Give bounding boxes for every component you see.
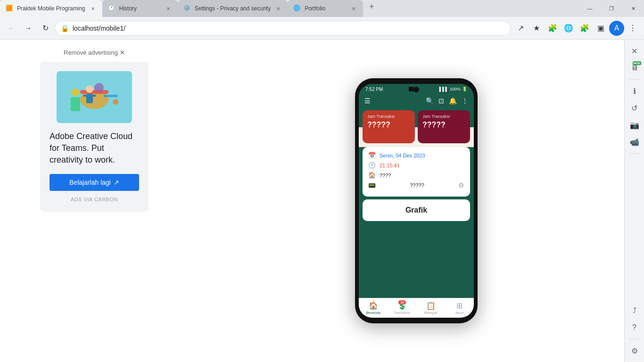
browser-window: 🟧 Praktek Mobile Programing ✕ 🕐 History … — [0, 0, 644, 362]
new-tag: NEW — [633, 61, 641, 65]
device-icon: 📟 — [368, 182, 376, 189]
beranda-icon: 🏠 — [369, 301, 378, 310]
phone-notch — [413, 87, 419, 92]
back-button[interactable]: ← — [4, 21, 19, 36]
tab2-close[interactable]: ✕ — [165, 5, 172, 12]
more-icon[interactable]: ⋮ — [462, 97, 468, 105]
extension1-button[interactable]: 🧩 — [545, 21, 560, 36]
beranda-label: Beranda — [366, 311, 380, 315]
sidebar-divider-1 — [629, 79, 640, 80]
tab3-favicon: ⚙️ — [183, 5, 191, 12]
svg-point-7 — [113, 99, 118, 105]
grafik-card[interactable]: Grafik — [363, 199, 470, 221]
tab2-favicon: 🕐 — [108, 5, 116, 12]
tab-praktek[interactable]: 🟧 Praktek Mobile Programing ✕ — [0, 0, 102, 17]
title-bar: 🟧 Praktek Mobile Programing ✕ 🕐 History … — [0, 0, 644, 17]
nav-beranda[interactable]: 🏠 Beranda — [359, 298, 388, 318]
share-sidebar-icon[interactable]: ⤴ — [627, 303, 642, 318]
riwayat-icon: 📋 — [426, 301, 436, 310]
svg-rect-4 — [71, 97, 80, 111]
clock-icon: 🕐 — [368, 162, 376, 169]
tab4-close[interactable]: ✕ — [350, 5, 357, 12]
calendar-icon: 📅 — [368, 152, 376, 159]
ad-image — [57, 71, 132, 123]
card-transaksi-1[interactable]: Jam Transaksi ????? — [363, 110, 415, 143]
akun-icon: ⊞ — [456, 301, 462, 310]
tab1-close[interactable]: ✕ — [89, 5, 97, 12]
ad-button[interactable]: Belajarlah lagi ↗ — [50, 174, 139, 191]
reload-button[interactable]: ↻ — [38, 21, 53, 36]
home-icon: 🏠 — [368, 172, 376, 179]
search-icon[interactable]: 🔍 — [426, 97, 434, 105]
scan-icon[interactable]: ⊡ — [438, 97, 444, 105]
maximize-button[interactable]: ❐ — [601, 0, 622, 17]
help-sidebar-icon[interactable]: ? — [627, 320, 642, 335]
transaksi-label: Transaksi — [394, 311, 410, 315]
external-link-icon: ↗ — [114, 179, 119, 186]
info-card: 📅 Senin, 04 Des 2023 🕐 21:15:41 🏠 ???? — [363, 147, 470, 197]
tab3-title: Settings - Privacy and security — [195, 5, 271, 12]
status-time: 7:52 PM — [365, 87, 383, 92]
info-sidebar-icon[interactable]: ℹ — [627, 83, 642, 99]
tab-history[interactable]: 🕐 History ✕ — [102, 0, 178, 17]
video-sidebar-icon[interactable]: 📹 — [627, 134, 642, 149]
tab1-title: Praktek Mobile Programing — [17, 5, 85, 12]
address-bar[interactable]: 🔒 localhost/mobile1/ — [55, 21, 511, 36]
nav-actions: ↗ ★ 🧩 🌐 🧩 ▣ A ⋮ — [513, 21, 640, 36]
ad-illustration — [57, 71, 132, 123]
tab2-title: History — [119, 5, 161, 12]
camera-dot — [409, 87, 413, 91]
sidebarswitch-button[interactable]: ▣ — [593, 21, 608, 36]
signal-icon: ▌▌▌ — [439, 87, 448, 91]
sidebar-divider-3 — [629, 339, 640, 339]
card-transaksi-2[interactable]: Jam Transaksi ????? — [418, 110, 470, 143]
camera-sidebar-icon[interactable]: 📷 — [627, 117, 642, 132]
nav-riwayat[interactable]: 📋 Riwayat — [416, 298, 445, 318]
share-page-button[interactable]: ↗ — [513, 21, 528, 36]
svg-point-5 — [72, 89, 79, 96]
close-button[interactable]: ✕ — [622, 0, 644, 17]
translate-button[interactable]: 🌐 — [561, 21, 576, 36]
ad-remove-label: Remove advertising ✕ — [64, 49, 125, 56]
new-tab-button[interactable]: + — [365, 0, 378, 13]
tab3-close[interactable]: ✕ — [274, 5, 282, 12]
nav-bar: ← → ↻ 🔒 localhost/mobile1/ ↗ ★ 🧩 🌐 🧩 ▣ A… — [0, 17, 644, 40]
refresh-sidebar-icon[interactable]: ↺ — [627, 100, 642, 115]
profile-button[interactable]: A — [609, 21, 624, 36]
remove-icon[interactable]: ✕ — [120, 49, 125, 56]
bookmark-button[interactable]: ★ — [529, 21, 544, 36]
main-content: Remove advertising ✕ — [0, 40, 644, 362]
nav-akun[interactable]: ⊞ Akun — [445, 298, 474, 318]
card1-title: Jam Transaksi — [367, 114, 410, 119]
minimize-button[interactable]: — — [579, 0, 601, 17]
forward-button[interactable]: → — [21, 21, 36, 36]
close-sidebar-icon[interactable]: ✕ — [627, 43, 642, 58]
grafik-label: Grafik — [405, 206, 427, 214]
home-row: 🏠 ???? — [368, 172, 464, 179]
app-header: ☰ 🔍 ⊡ 🔔 ⋮ — [359, 94, 474, 107]
card2-title: Jam Transaksi — [422, 114, 465, 119]
monitor-sidebar-icon[interactable]: 🖥 NEW — [627, 60, 642, 75]
date-row: 📅 Senin, 04 Des 2023 — [368, 152, 464, 159]
bell-icon[interactable]: 🔔 — [449, 97, 457, 105]
ad-card: Adobe Creative Cloud for Teams. Put crea… — [40, 62, 149, 212]
svg-rect-10 — [83, 95, 88, 97]
bottom-nav: 🏠 Beranda 10 💲 Transaksi 📋 Riwayat — [359, 298, 474, 318]
battery-icon: 🔋 — [462, 87, 467, 91]
tab4-favicon: 🌐 — [293, 5, 301, 12]
hamburger-icon[interactable]: ☰ — [364, 97, 371, 105]
tab4-title: Portfolio — [305, 5, 346, 12]
nav-transaksi[interactable]: 10 💲 Transaksi — [388, 298, 416, 318]
gear-sidebar-icon[interactable]: ⚙ — [627, 343, 642, 358]
extension2-button[interactable]: 🧩 — [577, 21, 592, 36]
tab-settings[interactable]: ⚙️ Settings - Privacy and security ✕ — [178, 0, 288, 17]
sidebar-divider-2 — [629, 153, 640, 154]
ad-panel: Remove advertising ✕ — [0, 40, 189, 362]
window-controls: — ❐ ✕ — [579, 0, 644, 17]
tab-portfolio[interactable]: 🌐 Portfolio ✕ — [288, 0, 363, 17]
menu-button[interactable]: ⋮ — [625, 21, 640, 36]
status-icons: ▌▌▌ 100% 🔋 — [439, 87, 467, 91]
svg-rect-2 — [80, 90, 108, 94]
settings-gear-icon[interactable]: ⚙ — [458, 181, 464, 189]
transaksi-badge: 10 — [398, 300, 406, 304]
